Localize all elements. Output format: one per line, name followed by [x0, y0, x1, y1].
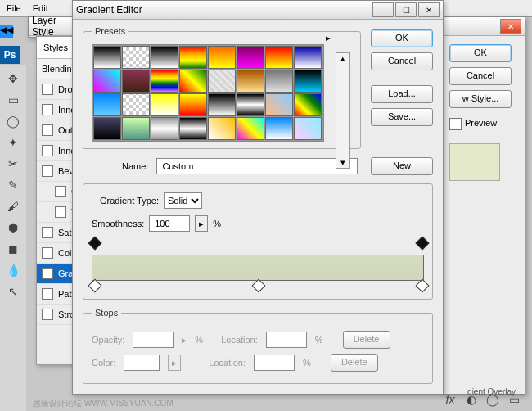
location-label: Location: [209, 358, 246, 368]
path-tool-icon[interactable]: ↖ [3, 282, 23, 301]
close-icon[interactable]: ✕ [418, 2, 440, 17]
folder-icon[interactable]: ▭ [504, 390, 524, 409]
opacity-label: Opacity: [92, 335, 124, 345]
gradient-editor-dialog: Gradient Editor — ☐ ✕ OK Cancel Load... … [72, 0, 444, 395]
scroll-down-icon[interactable]: ▾ [336, 157, 349, 168]
preset-swatch[interactable] [208, 46, 236, 69]
preset-swatch[interactable] [93, 93, 121, 116]
wand-tool-icon[interactable]: ✦ [3, 133, 23, 152]
preset-swatch[interactable] [93, 117, 121, 140]
preset-swatch[interactable] [294, 117, 322, 140]
color-stop[interactable] [90, 281, 98, 291]
color-label: Color: [92, 358, 115, 368]
preset-swatch[interactable] [237, 93, 264, 116]
new-button[interactable]: New [371, 157, 433, 175]
preset-swatch[interactable] [122, 46, 150, 69]
ok-button[interactable]: OK [449, 44, 512, 62]
preset-swatch[interactable] [122, 117, 150, 140]
presets-grid [92, 44, 324, 142]
gradient-preview-bar[interactable] [92, 255, 424, 281]
preset-swatch[interactable] [294, 46, 322, 69]
preset-swatch[interactable] [122, 93, 150, 116]
crop-tool-icon[interactable]: ✂ [3, 154, 23, 174]
preset-swatch[interactable] [265, 117, 293, 140]
preset-swatch[interactable] [265, 70, 293, 93]
presets-menu-icon[interactable]: ▸ [326, 33, 331, 43]
delete-button: Delete [343, 331, 390, 349]
move-tool-icon[interactable]: ✥ [3, 69, 23, 88]
delete-button: Delete [331, 354, 378, 372]
gradient-type-label: Gradient Type: [100, 196, 159, 206]
adjustment-icon[interactable]: ◯ [483, 390, 503, 409]
preset-swatch[interactable] [179, 93, 207, 116]
scroll-up-icon[interactable]: ▴ [336, 53, 349, 64]
menu-file[interactable]: File [2, 2, 26, 15]
preset-swatch[interactable] [93, 46, 121, 69]
preset-swatch[interactable] [179, 117, 207, 140]
gradient-tool-icon[interactable]: ◼ [3, 239, 23, 259]
preset-swatch[interactable] [294, 93, 322, 116]
new-style-button[interactable]: w Style... [449, 90, 512, 108]
preset-swatch[interactable] [179, 46, 207, 69]
stamp-tool-icon[interactable]: ⬢ [3, 218, 23, 237]
opacity-stop[interactable] [417, 238, 426, 248]
marquee-tool-icon[interactable]: ▭ [3, 90, 23, 110]
preset-swatch[interactable] [237, 70, 264, 93]
load-button[interactable]: Load... [371, 85, 433, 103]
preset-swatch[interactable] [237, 46, 264, 69]
color-input [124, 355, 160, 371]
opacity-stop[interactable] [90, 238, 98, 248]
layer-style-title: Layer Style [32, 15, 74, 38]
cancel-button[interactable]: Cancel [449, 67, 512, 85]
preset-swatch[interactable] [208, 117, 236, 140]
minimize-icon[interactable]: — [372, 2, 394, 17]
cancel-button[interactable]: Cancel [371, 52, 433, 70]
gradient-type-select[interactable]: Solid [164, 192, 202, 209]
preset-swatch[interactable] [265, 46, 293, 69]
lasso-tool-icon[interactable]: ◯ [3, 111, 23, 131]
presets-scrollbar[interactable]: ▴ ▾ [336, 52, 350, 169]
brush-tool-icon[interactable]: 🖌 [3, 196, 23, 216]
ps-logo: Ps [0, 46, 20, 64]
preset-swatch[interactable] [208, 70, 236, 93]
collapse-panel-icon[interactable]: ◀◀ [0, 25, 13, 38]
color-stop[interactable] [417, 281, 426, 291]
mask-icon[interactable]: ◐ [462, 390, 481, 409]
preview-checkbox[interactable] [449, 118, 462, 130]
stops-legend: Stops [92, 308, 121, 318]
preset-swatch[interactable] [208, 93, 236, 116]
percent-label: % [213, 219, 221, 228]
color-stop[interactable] [254, 281, 262, 291]
dropdown-icon[interactable]: ▸ [195, 215, 208, 232]
titlebar: ✕ [443, 17, 525, 36]
preset-swatch[interactable] [265, 93, 293, 116]
ok-button[interactable]: OK [371, 29, 433, 47]
color-picker-icon: ▸ [168, 355, 181, 371]
blur-tool-icon[interactable]: 💧 [3, 260, 23, 280]
eyedropper-tool-icon[interactable]: ✎ [3, 175, 23, 195]
layer-style-titlebar: Layer Style [28, 16, 79, 38]
preset-swatch[interactable] [179, 70, 207, 93]
smoothness-input[interactable]: 100 [149, 215, 190, 232]
name-input[interactable]: Custom [156, 158, 358, 174]
panel-icons-row: fx ◐ ◯ ▭ [440, 390, 524, 409]
fx-icon[interactable]: fx [440, 390, 460, 409]
preset-swatch[interactable] [93, 70, 121, 93]
save-button[interactable]: Save... [371, 108, 433, 126]
preset-swatch[interactable] [122, 70, 150, 93]
smoothness-label: Smoothness: [92, 219, 144, 228]
location-label: Location: [221, 335, 258, 345]
maximize-icon[interactable]: ☐ [395, 2, 417, 17]
gradient-editor-titlebar[interactable]: Gradient Editor — ☐ ✕ [73, 1, 443, 20]
preset-swatch[interactable] [237, 117, 264, 140]
preset-swatch[interactable] [151, 70, 178, 93]
preset-swatch[interactable] [294, 70, 322, 93]
menu-edit[interactable]: Edit [28, 2, 53, 15]
close-icon[interactable]: ✕ [500, 19, 521, 34]
preset-swatch[interactable] [151, 46, 178, 69]
gradient-editor-title: Gradient Editor [76, 4, 142, 16]
preset-swatch[interactable] [151, 93, 178, 116]
preset-swatch[interactable] [151, 117, 178, 140]
opacity-input [133, 332, 174, 348]
watermark: 思缘设计论坛 WWW.MISSYUAN.COM [33, 398, 174, 409]
